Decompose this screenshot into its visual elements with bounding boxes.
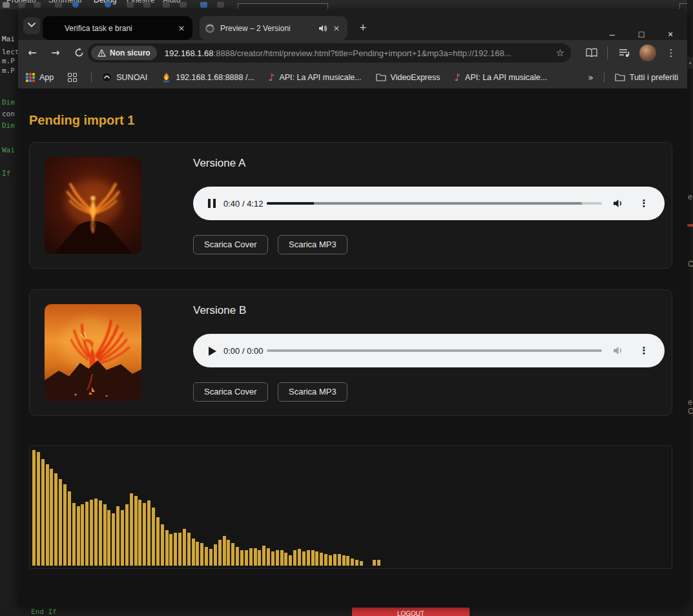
waveform-bar [125, 504, 129, 566]
tab-close-icon[interactable]: × [331, 23, 342, 34]
seek-slider[interactable] [267, 349, 602, 352]
waveform-bar [280, 550, 284, 566]
sunoai-icon [102, 72, 112, 82]
media-controls-button[interactable] [617, 45, 632, 61]
page-title: Pending import 1 [29, 113, 134, 128]
bookmark-star-icon[interactable]: ☆ [556, 47, 564, 59]
waveform-bar [276, 550, 279, 566]
ide-bottom-strip: End If LOGOUT [0, 606, 693, 616]
waveform-bar [68, 491, 71, 566]
bookmarks-overflow-button[interactable]: » [588, 72, 594, 83]
tab-strip: Verifica task e brani × Preview – 2 Vers… [18, 9, 687, 40]
waveform-bar [77, 506, 80, 566]
download-mp3-button-a[interactable]: Scarica MP3 [278, 235, 347, 254]
bookmark-label: VideoExpress [391, 73, 440, 82]
tab-close-icon[interactable]: × [176, 23, 187, 34]
bookmark-api-2[interactable]: ♪ API: La API musicale... [454, 73, 547, 82]
warning-icon [98, 49, 106, 57]
waveform-bar [41, 459, 45, 566]
bookmark-all-favorites[interactable]: Tutti i preferiti [615, 73, 678, 82]
pause-button[interactable] [207, 198, 218, 209]
logout-button[interactable]: LOGOUT [352, 608, 470, 616]
version-b-card: Versione B 0:00 / 0:00 ⋮ Scarica Cover S… [29, 289, 672, 416]
download-cover-button-b[interactable]: Scarica Cover [193, 382, 268, 402]
cover-art-a [45, 157, 141, 254]
player-menu-button[interactable]: ⋮ [637, 344, 650, 358]
reload-icon [74, 48, 84, 57]
bookmark-label: App [39, 73, 54, 82]
waveform-bar [99, 500, 102, 566]
ide-toolbar-icon [105, 1, 111, 8]
background-text-fragment: C [688, 407, 693, 416]
tab-title: Preview – 2 Versioni [220, 24, 315, 33]
music-note-icon: ♪ [454, 73, 460, 82]
waveform-bar [94, 498, 98, 566]
tab-search-button[interactable] [23, 17, 40, 34]
address-bar[interactable]: Non sicuro 192.168.1.68:8888/creator/htm… [88, 43, 571, 63]
ide-code-fragment: lecte [2, 48, 18, 56]
url-path: :8888/creator/html/preview.html?title=Pe… [214, 48, 512, 58]
bookmark-ip-server[interactable]: 192.168.1.68:8888 /... [161, 72, 254, 83]
ide-code-fragment: m.P [2, 57, 15, 65]
reload-button[interactable] [71, 45, 87, 61]
new-tab-button[interactable]: + [355, 20, 371, 36]
player-menu-button[interactable]: ⋮ [637, 196, 650, 210]
url-host: 192.168.1.68 [165, 48, 214, 58]
reading-list-button[interactable] [584, 45, 599, 61]
play-button[interactable] [207, 345, 218, 356]
playlist-icon [619, 48, 630, 58]
waveform-bar [302, 551, 305, 566]
ide-code-fragment: Dim [2, 121, 15, 130]
bookmark-app[interactable]: App [26, 73, 54, 82]
buffered-bar [267, 202, 582, 205]
tab-audio-icon[interactable] [318, 23, 328, 34]
audio-player-b: 0:00 / 0:00 ⋮ [193, 334, 665, 367]
profile-avatar[interactable] [639, 45, 656, 61]
waveform-bar [116, 506, 119, 566]
waveform-bar [249, 548, 253, 566]
volume-button[interactable] [612, 197, 625, 210]
waveform-bar [169, 534, 172, 566]
waveform-bar [72, 503, 76, 566]
seek-slider[interactable] [267, 202, 602, 205]
volume-button[interactable] [612, 344, 625, 357]
waveform-bar [223, 536, 226, 566]
waveform-bar [112, 513, 115, 566]
waveform-bar [254, 548, 257, 566]
waveform-bar [320, 553, 323, 566]
tab-preview-active[interactable]: Preview – 2 Versioni × [200, 16, 347, 40]
back-button[interactable]: ← [25, 45, 40, 61]
bookmark-videoexpress[interactable]: VideoExpress [376, 73, 440, 82]
tab-verifica[interactable]: Verifica task e brani × [43, 16, 192, 40]
download-cover-button-a[interactable]: Scarica Cover [193, 235, 268, 254]
bookmark-collections[interactable] [68, 73, 77, 82]
ide-toolbar-icon [143, 2, 150, 8]
waveform-bar [360, 561, 363, 566]
toolbar-separator [607, 46, 608, 59]
ide-code-fragment: Wai [2, 146, 15, 154]
bookmark-sunoai[interactable]: SUNOAI [102, 72, 147, 82]
security-chip[interactable]: Non sicuro [91, 46, 157, 60]
ide-toolbar-icon [34, 2, 41, 8]
background-text-fragment: e [688, 398, 692, 407]
waveform-bar [329, 555, 332, 566]
ide-code-fragment: m.P [2, 67, 15, 75]
waveform-bar [196, 542, 199, 566]
waveform-bar [192, 539, 195, 566]
page-content: Pending import 1 [18, 88, 687, 606]
ide-menu-bar: Progetto Strumenti Debug Finestre Aiuto [0, 0, 693, 9]
forward-button[interactable]: → [48, 45, 63, 61]
bookmark-api-1[interactable]: ♪ API: La API musicale... [269, 73, 362, 82]
background-text-fragment: e [688, 192, 692, 201]
volume-icon [612, 197, 625, 210]
waveform-bar [147, 500, 150, 566]
grid-icon [68, 73, 77, 82]
waveform-bar [262, 546, 265, 566]
browser-menu-button[interactable]: ⋮ [663, 45, 679, 61]
chevron-down-icon [28, 23, 36, 28]
ide-toolbar-icon [217, 2, 224, 8]
download-mp3-button-b[interactable]: Scarica MP3 [278, 382, 347, 402]
bookmark-label: 192.168.1.68:8888 /... [176, 73, 254, 82]
waveform-bar [240, 550, 243, 566]
waveform-bar [289, 555, 292, 566]
